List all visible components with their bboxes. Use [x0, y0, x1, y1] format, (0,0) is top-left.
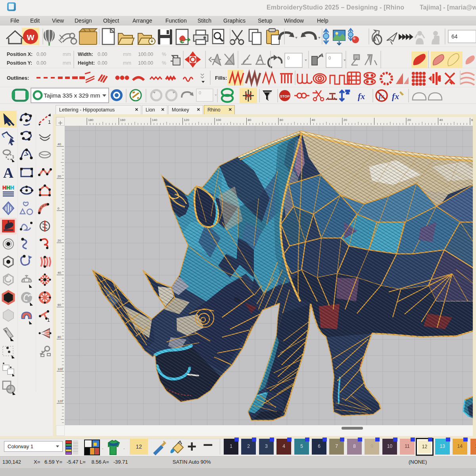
svg-text:64: 64	[451, 33, 458, 40]
svg-text:80: 80	[58, 335, 61, 339]
svg-text:100: 100	[216, 118, 221, 122]
svg-text:0: 0	[58, 207, 60, 210]
svg-text:160: 160	[120, 118, 126, 122]
svg-text:20: 20	[58, 175, 61, 178]
svg-text:100.00: 100.00	[138, 60, 153, 66]
svg-text:120: 120	[58, 399, 63, 403]
svg-text:mm: mm	[63, 60, 71, 66]
svg-text:80: 80	[248, 118, 251, 122]
svg-text:%: %	[162, 52, 166, 57]
svg-text:1: 1	[48, 119, 51, 125]
svg-text:0: 0	[328, 56, 331, 60]
svg-text:-: -	[123, 446, 125, 451]
svg-text:20: 20	[344, 118, 347, 122]
svg-text:100.00: 100.00	[138, 52, 153, 57]
svg-text:40: 40	[312, 118, 315, 122]
svg-text:-: -	[102, 446, 104, 451]
svg-text:1: 1	[47, 317, 50, 323]
svg-text:0: 0	[287, 56, 290, 60]
svg-text:mm: mm	[123, 52, 131, 57]
svg-text:20: 20	[58, 239, 61, 242]
svg-text:fx: fx	[358, 91, 365, 101]
svg-text:120: 120	[184, 118, 190, 122]
svg-text:60: 60	[471, 118, 473, 122]
svg-text:mm: mm	[63, 52, 71, 57]
svg-text:A: A	[3, 165, 13, 181]
svg-text:180: 180	[88, 118, 94, 122]
svg-text:%: %	[162, 60, 166, 66]
svg-text:40: 40	[58, 142, 61, 146]
svg-text:0.00: 0.00	[98, 60, 107, 66]
svg-text:0.00: 0.00	[98, 52, 107, 57]
svg-text:20: 20	[407, 118, 411, 122]
svg-text:Fills:: Fills:	[215, 75, 227, 81]
svg-text:140: 140	[152, 118, 157, 122]
svg-text:40: 40	[58, 271, 61, 274]
svg-text:fx: fx	[392, 91, 399, 101]
svg-text:T: T	[346, 89, 349, 95]
svg-text:0: 0	[199, 90, 201, 95]
svg-text:mm: mm	[123, 60, 131, 66]
svg-text:STOP: STOP	[280, 94, 290, 98]
svg-text:60: 60	[58, 303, 61, 307]
svg-text:Width:: Width:	[78, 52, 93, 57]
svg-text:100: 100	[58, 367, 63, 371]
svg-text:Height:: Height:	[78, 60, 95, 66]
svg-text:60: 60	[280, 118, 283, 122]
svg-text:40: 40	[440, 118, 443, 122]
